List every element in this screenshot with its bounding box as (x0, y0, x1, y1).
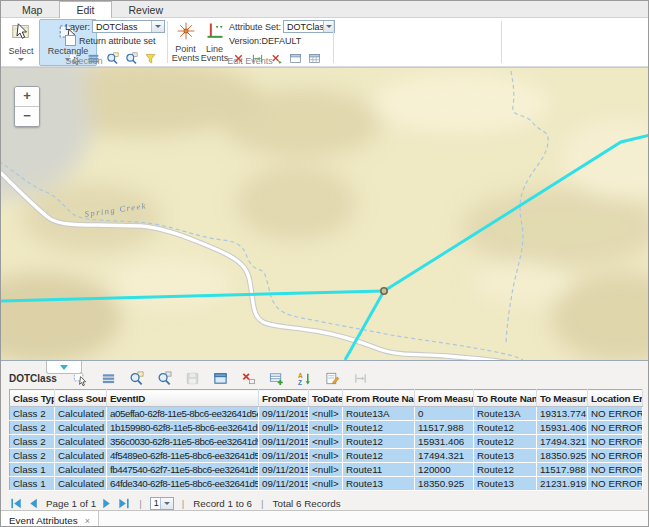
table-cell: Class 1 (10, 463, 55, 477)
table-cell: a05effa0-62f8-11e5-8bc6-ee32641d5ec9 (107, 407, 259, 421)
table-header-row: Class TypeClass SourceEventIDFromDateToD… (10, 390, 643, 407)
table-cell: 18350.925 (537, 449, 588, 463)
list-icon[interactable] (99, 368, 119, 388)
column-header[interactable]: Class Type (10, 390, 55, 407)
table-cell: <null> (309, 435, 343, 449)
table-cell: 17494.321 (415, 449, 474, 463)
layer-label: Layer: (65, 22, 90, 32)
column-header[interactable]: EventID (107, 390, 259, 407)
table-cell: Calculated (55, 449, 107, 463)
column-header[interactable]: Class Source (55, 390, 107, 407)
add-record-icon[interactable] (267, 368, 287, 388)
group-separator (501, 21, 502, 63)
ribbon-tabstrip: Map Edit Review (1, 1, 648, 18)
attribute-set-label: Attribute Set: (229, 22, 281, 32)
table-row[interactable]: Class 2Calculateda05effa0-62f8-11e5-8bc6… (10, 407, 643, 421)
table-cell: Route13A (343, 407, 415, 421)
table-row[interactable]: Class 1Calculatedfb447540-62f7-11e5-8bc6… (10, 463, 643, 477)
table-cell: 64fde340-62f8-11e5-8bc6-ee32641d5ec9 (107, 477, 259, 491)
tab-edit[interactable]: Edit (59, 1, 111, 18)
table-cell: 356c0030-62f8-11e5-8bc6-ee32641d5ec9 (107, 435, 259, 449)
point-events-icon (176, 21, 196, 45)
column-header[interactable]: From Measure (415, 390, 474, 407)
zoom-out-button[interactable]: − (15, 106, 39, 126)
next-page-button[interactable] (99, 496, 114, 511)
zoom-selected-icon[interactable] (127, 368, 147, 388)
edit-events-group-label: Edit Events (167, 56, 333, 66)
column-header[interactable]: FromDate (259, 390, 309, 407)
table-cell: <null> (309, 449, 343, 463)
version-label: Version:DEFAULT (229, 36, 301, 46)
table-cell: 4f5489e0-62f8-11e5-8bc6-ee32641d5ec9 (107, 449, 259, 463)
table-row[interactable]: Class 2Calculated4f5489e0-62f8-11e5-8bc6… (10, 449, 643, 463)
table-cell: 1b159980-62f8-11e5-8bc6-ee32641d5ec9 (107, 421, 259, 435)
select-cursor-icon (10, 21, 32, 47)
table-cell: Route13 (474, 477, 537, 491)
table-cell: Route13 (474, 449, 537, 463)
map-view[interactable]: Spring Creek + − (1, 67, 648, 360)
table-cell: <null> (309, 463, 343, 477)
close-icon[interactable]: × (85, 516, 90, 526)
zoom-in-button[interactable]: + (15, 87, 39, 106)
table-cell: 18350.925 (415, 477, 474, 491)
tab-event-attributes-label: Event Attributes (9, 515, 78, 526)
table-cell: 09/11/2015 (259, 449, 309, 463)
page-number-combobox[interactable]: 1 (150, 497, 174, 510)
edit-form-icon[interactable] (323, 368, 343, 388)
layer-value: DOTClass (96, 22, 138, 32)
table-cell: Calculated (55, 407, 107, 421)
page-indicator: Page 1 of 1 (46, 498, 96, 509)
chevron-down-icon[interactable] (160, 498, 173, 509)
table-cell: Calculated (55, 435, 107, 449)
switch-view-icon[interactable] (211, 368, 231, 388)
table-cell: Route12 (343, 449, 415, 463)
table-cell: Class 2 (10, 449, 55, 463)
table-row[interactable]: Class 2Calculated1b159980-62f8-11e5-8bc6… (10, 421, 643, 435)
table-cell: Class 1 (10, 477, 55, 491)
tab-review[interactable]: Review (112, 1, 180, 17)
table-cell: Route12 (474, 421, 537, 435)
table-cell: <null> (309, 421, 343, 435)
first-page-button[interactable] (9, 496, 24, 511)
return-attribute-set-checkbox[interactable] (65, 35, 76, 46)
selection-group-label: Selection (1, 56, 167, 66)
last-page-button[interactable] (116, 496, 131, 511)
table-cell: fb447540-62f7-11e5-8bc6-ee32641d5ec9 (107, 463, 259, 477)
table-cell: NO ERROR (588, 407, 643, 421)
bottom-tab-bar: Event Attributes × (1, 510, 648, 527)
table-cell: <null> (309, 407, 343, 421)
column-header[interactable]: Location Error (588, 390, 643, 407)
panel-toolbar: DOTClass (1, 361, 648, 389)
tab-event-attributes[interactable]: Event Attributes × (1, 511, 99, 527)
layer-combobox[interactable]: DOTClass (92, 20, 165, 33)
sort-icon[interactable] (295, 368, 315, 388)
table-cell: Class 2 (10, 421, 55, 435)
column-header[interactable]: To Route Name (474, 390, 537, 407)
route-junction-marker[interactable] (381, 288, 387, 294)
previous-page-button[interactable] (26, 496, 41, 511)
panel-collapse-tab[interactable] (46, 361, 82, 374)
return-attribute-set-label: Return attribute set (79, 36, 156, 46)
table-cell: <null> (309, 477, 343, 491)
table-cell: NO ERROR (588, 477, 643, 491)
table-cell: 09/11/2015 (259, 407, 309, 421)
tab-map[interactable]: Map (5, 1, 59, 17)
table-cell: Calculated (55, 421, 107, 435)
column-header[interactable]: From Route Name (343, 390, 415, 407)
column-header[interactable]: ToDate (309, 390, 343, 407)
table-row[interactable]: Class 1Calculated64fde340-62f8-11e5-8bc6… (10, 477, 643, 491)
record-range-text: Record 1 to 6 (193, 498, 252, 509)
column-header[interactable]: To Measure (537, 390, 588, 407)
table-cell: Route12 (474, 435, 537, 449)
total-records-text: Total 6 Records (273, 498, 341, 509)
basemap: Spring Creek (1, 68, 648, 360)
table-cell: Class 2 (10, 435, 55, 449)
table-row[interactable]: Class 2Calculated356c0030-62f8-11e5-8bc6… (10, 435, 643, 449)
zoom-all-icon[interactable] (155, 368, 175, 388)
application-window: Map Edit Review Select Rectangle Layer: … (0, 0, 649, 527)
event-table: Class TypeClass SourceEventIDFromDateToD… (9, 389, 643, 491)
attribute-set-combobox[interactable]: DOTClass (283, 20, 335, 33)
clear-selection-icon[interactable] (239, 368, 259, 388)
chevron-down-icon[interactable] (151, 21, 164, 32)
event-table-body: Class 2Calculateda05effa0-62f8-11e5-8bc6… (10, 407, 643, 491)
